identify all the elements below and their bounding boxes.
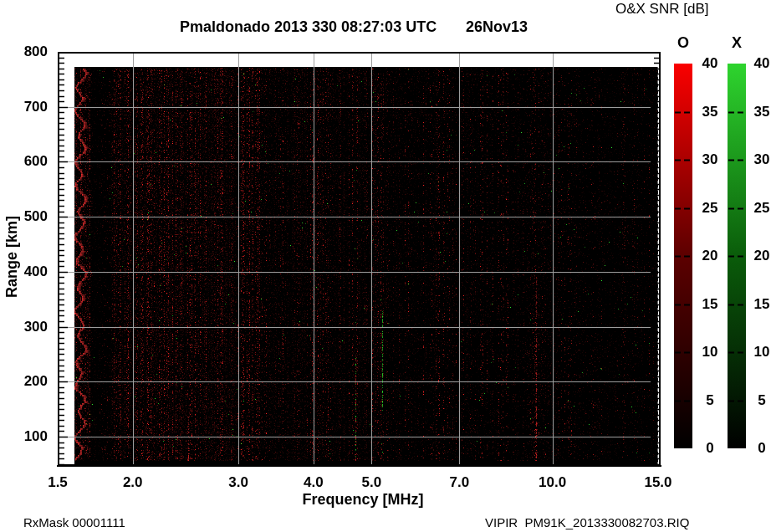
- ytick-label: 500: [11, 208, 48, 225]
- xtick-label: 4.0: [295, 474, 332, 491]
- xcbtick-label: 20: [751, 248, 771, 264]
- xcbtick-label: 40: [751, 55, 771, 72]
- xtick-label: 7.0: [441, 474, 477, 491]
- ytick-label: 700: [11, 99, 48, 115]
- ionogram-plot-canvas: [0, 0, 771, 532]
- y-axis-title: Range [km]: [3, 216, 21, 298]
- ytick-label: 200: [11, 373, 48, 390]
- ytick-label: 300: [11, 319, 48, 335]
- otick-label: 15: [699, 296, 721, 313]
- otick-label: 35: [699, 104, 721, 120]
- plot-title-date: 26Nov13: [466, 18, 528, 36]
- xtick-label: 10.0: [534, 474, 571, 491]
- otick-label: 20: [699, 248, 721, 264]
- otick-label: 30: [699, 151, 721, 168]
- x-axis-title: Frequency [MHz]: [279, 491, 447, 509]
- ytick-label: 600: [11, 153, 48, 170]
- ionogram-window: Pmaldonado 2013 330 08:27:03 UTC 26Nov13…: [0, 0, 771, 532]
- xtick-label: 15.0: [640, 474, 677, 491]
- rxmask-status: RxMask 00001111: [23, 515, 125, 529]
- xtick-label: 3.0: [220, 474, 257, 491]
- otick-label: 5: [699, 392, 721, 409]
- source-file-name: VIPIR PM91K_2013330082703.RIQ: [485, 515, 689, 529]
- xcbtick-label: 25: [751, 200, 771, 217]
- colorbar-title: O&X SNR [dB]: [615, 1, 708, 18]
- xtick-label: 5.0: [353, 474, 390, 491]
- otick-label: 25: [699, 200, 721, 217]
- ytick-label: 400: [11, 263, 48, 280]
- otick-label: 40: [699, 55, 721, 72]
- xcbtick-label: 30: [751, 151, 771, 168]
- otick-label: 0: [699, 440, 721, 457]
- colorbar-o-header: O: [671, 34, 696, 52]
- ytick-label: 800: [11, 43, 48, 60]
- colorbar-x-header: X: [724, 34, 749, 52]
- xcbtick-label: 5: [751, 392, 771, 409]
- xcbtick-label: 10: [751, 344, 771, 361]
- xcbtick-label: 15: [751, 296, 771, 313]
- xcbtick-label: 35: [751, 104, 771, 120]
- otick-label: 10: [699, 344, 721, 361]
- xtick-label: 2.0: [115, 474, 151, 491]
- plot-title: Pmaldonado 2013 330 08:27:03 UTC: [180, 18, 437, 36]
- xcbtick-label: 0: [751, 440, 771, 457]
- ytick-label: 100: [11, 428, 48, 445]
- xtick-label: 1.5: [39, 474, 76, 491]
